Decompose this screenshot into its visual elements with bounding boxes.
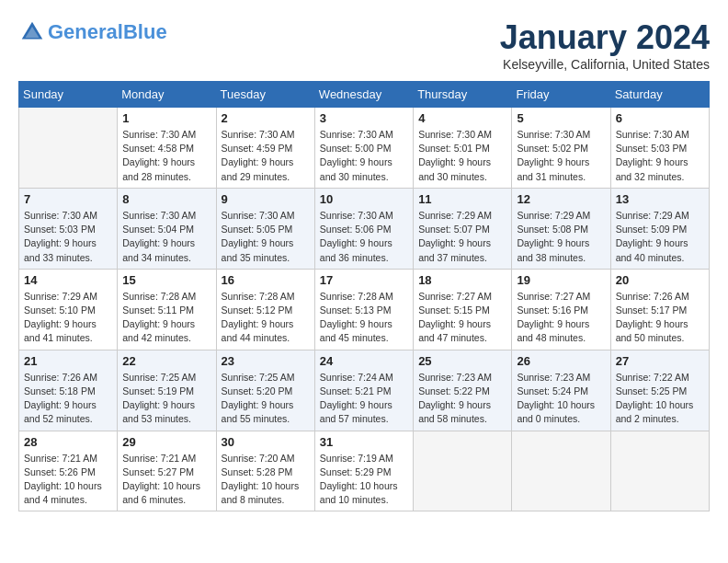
- week-row-4: 21Sunrise: 7:26 AMSunset: 5:18 PMDayligh…: [19, 350, 710, 431]
- day-info: Sunrise: 7:28 AMSunset: 5:13 PMDaylight:…: [320, 290, 408, 346]
- day-number: 2: [222, 111, 310, 125]
- day-number: 17: [320, 273, 408, 287]
- logo-icon: [18, 18, 46, 46]
- weekday-header-monday: Monday: [118, 82, 216, 108]
- logo-text: GeneralBlue: [48, 21, 167, 43]
- day-cell-13: 13Sunrise: 7:29 AMSunset: 5:09 PMDayligh…: [610, 188, 709, 269]
- day-number: 16: [222, 273, 310, 287]
- location: Kelseyville, California, United States: [500, 57, 710, 72]
- empty-cell: [512, 431, 610, 511]
- day-number: 5: [517, 111, 605, 125]
- day-info: Sunrise: 7:21 AMSunset: 5:27 PMDaylight:…: [122, 452, 210, 508]
- weekday-header-sunday: Sunday: [19, 82, 118, 108]
- day-number: 18: [418, 273, 506, 287]
- day-cell-11: 11Sunrise: 7:29 AMSunset: 5:07 PMDayligh…: [414, 188, 512, 269]
- day-number: 11: [418, 192, 506, 206]
- day-number: 3: [320, 111, 408, 125]
- day-cell-30: 30Sunrise: 7:20 AMSunset: 5:28 PMDayligh…: [216, 431, 314, 511]
- day-info: Sunrise: 7:29 AMSunset: 5:10 PMDaylight:…: [24, 290, 112, 346]
- day-number: 24: [320, 354, 408, 368]
- day-cell-17: 17Sunrise: 7:28 AMSunset: 5:13 PMDayligh…: [314, 269, 413, 350]
- day-info: Sunrise: 7:26 AMSunset: 5:18 PMDaylight:…: [24, 371, 112, 427]
- day-info: Sunrise: 7:28 AMSunset: 5:12 PMDaylight:…: [222, 290, 310, 346]
- day-number: 22: [122, 354, 210, 368]
- day-cell-10: 10Sunrise: 7:30 AMSunset: 5:06 PMDayligh…: [314, 188, 413, 269]
- day-number: 13: [616, 192, 704, 206]
- day-number: 1: [122, 111, 210, 125]
- day-cell-22: 22Sunrise: 7:25 AMSunset: 5:19 PMDayligh…: [118, 350, 216, 431]
- day-number: 30: [222, 435, 310, 449]
- day-info: Sunrise: 7:26 AMSunset: 5:17 PMDaylight:…: [616, 290, 704, 346]
- day-info: Sunrise: 7:29 AMSunset: 5:07 PMDaylight:…: [418, 209, 506, 265]
- day-info: Sunrise: 7:23 AMSunset: 5:22 PMDaylight:…: [418, 371, 506, 427]
- month-title: January 2024: [500, 18, 710, 57]
- day-number: 20: [616, 273, 704, 287]
- day-cell-29: 29Sunrise: 7:21 AMSunset: 5:27 PMDayligh…: [118, 431, 216, 511]
- calendar-table: SundayMondayTuesdayWednesdayThursdayFrid…: [18, 81, 710, 511]
- day-cell-12: 12Sunrise: 7:29 AMSunset: 5:08 PMDayligh…: [512, 188, 610, 269]
- day-number: 28: [24, 435, 112, 449]
- logo: GeneralBlue: [18, 18, 167, 46]
- day-number: 12: [517, 192, 605, 206]
- day-info: Sunrise: 7:30 AMSunset: 5:04 PMDaylight:…: [122, 209, 210, 265]
- day-info: Sunrise: 7:30 AMSunset: 5:03 PMDaylight:…: [24, 209, 112, 265]
- day-cell-9: 9Sunrise: 7:30 AMSunset: 5:05 PMDaylight…: [216, 188, 314, 269]
- weekday-header-wednesday: Wednesday: [314, 82, 413, 108]
- day-cell-26: 26Sunrise: 7:23 AMSunset: 5:24 PMDayligh…: [512, 350, 610, 431]
- day-number: 7: [24, 192, 112, 206]
- day-cell-15: 15Sunrise: 7:28 AMSunset: 5:11 PMDayligh…: [118, 269, 216, 350]
- day-info: Sunrise: 7:30 AMSunset: 5:02 PMDaylight:…: [517, 128, 605, 184]
- day-cell-6: 6Sunrise: 7:30 AMSunset: 5:03 PMDaylight…: [610, 108, 709, 189]
- day-cell-20: 20Sunrise: 7:26 AMSunset: 5:17 PMDayligh…: [610, 269, 709, 350]
- logo-general: General: [48, 20, 123, 43]
- day-cell-23: 23Sunrise: 7:25 AMSunset: 5:20 PMDayligh…: [216, 350, 314, 431]
- day-number: 29: [122, 435, 210, 449]
- day-info: Sunrise: 7:29 AMSunset: 5:08 PMDaylight:…: [517, 209, 605, 265]
- day-info: Sunrise: 7:27 AMSunset: 5:15 PMDaylight:…: [418, 290, 506, 346]
- day-cell-1: 1Sunrise: 7:30 AMSunset: 4:58 PMDaylight…: [118, 108, 216, 189]
- day-cell-28: 28Sunrise: 7:21 AMSunset: 5:26 PMDayligh…: [19, 431, 118, 511]
- day-info: Sunrise: 7:27 AMSunset: 5:16 PMDaylight:…: [517, 290, 605, 346]
- weekday-header-thursday: Thursday: [414, 82, 512, 108]
- weekday-header-saturday: Saturday: [610, 82, 709, 108]
- day-cell-25: 25Sunrise: 7:23 AMSunset: 5:22 PMDayligh…: [414, 350, 512, 431]
- day-number: 6: [616, 111, 704, 125]
- day-number: 21: [24, 354, 112, 368]
- day-info: Sunrise: 7:19 AMSunset: 5:29 PMDaylight:…: [320, 452, 408, 508]
- day-info: Sunrise: 7:30 AMSunset: 5:01 PMDaylight:…: [418, 128, 506, 184]
- day-cell-5: 5Sunrise: 7:30 AMSunset: 5:02 PMDaylight…: [512, 108, 610, 189]
- day-number: 25: [418, 354, 506, 368]
- weekday-header-row: SundayMondayTuesdayWednesdayThursdayFrid…: [19, 82, 710, 108]
- day-cell-16: 16Sunrise: 7:28 AMSunset: 5:12 PMDayligh…: [216, 269, 314, 350]
- day-info: Sunrise: 7:30 AMSunset: 5:03 PMDaylight:…: [616, 128, 704, 184]
- logo-blue: Blue: [123, 20, 167, 43]
- weekday-header-friday: Friday: [512, 82, 610, 108]
- day-cell-3: 3Sunrise: 7:30 AMSunset: 5:00 PMDaylight…: [314, 108, 413, 189]
- day-cell-27: 27Sunrise: 7:22 AMSunset: 5:25 PMDayligh…: [610, 350, 709, 431]
- day-info: Sunrise: 7:29 AMSunset: 5:09 PMDaylight:…: [616, 209, 704, 265]
- week-row-1: 1Sunrise: 7:30 AMSunset: 4:58 PMDaylight…: [19, 108, 710, 189]
- empty-cell: [414, 431, 512, 511]
- title-block: January 2024 Kelseyville, California, Un…: [500, 18, 710, 72]
- empty-cell: [610, 431, 709, 511]
- day-cell-19: 19Sunrise: 7:27 AMSunset: 5:16 PMDayligh…: [512, 269, 610, 350]
- day-number: 27: [616, 354, 704, 368]
- day-number: 31: [320, 435, 408, 449]
- empty-cell: [19, 108, 118, 189]
- page-header: GeneralBlue January 2024 Kelseyville, Ca…: [18, 18, 710, 72]
- day-number: 10: [320, 192, 408, 206]
- day-cell-21: 21Sunrise: 7:26 AMSunset: 5:18 PMDayligh…: [19, 350, 118, 431]
- weekday-header-tuesday: Tuesday: [216, 82, 314, 108]
- day-number: 14: [24, 273, 112, 287]
- day-cell-7: 7Sunrise: 7:30 AMSunset: 5:03 PMDaylight…: [19, 188, 118, 269]
- day-number: 4: [418, 111, 506, 125]
- day-info: Sunrise: 7:30 AMSunset: 4:59 PMDaylight:…: [222, 128, 310, 184]
- day-info: Sunrise: 7:21 AMSunset: 5:26 PMDaylight:…: [24, 452, 112, 508]
- day-number: 23: [222, 354, 310, 368]
- day-info: Sunrise: 7:23 AMSunset: 5:24 PMDaylight:…: [517, 371, 605, 427]
- week-row-2: 7Sunrise: 7:30 AMSunset: 5:03 PMDaylight…: [19, 188, 710, 269]
- day-info: Sunrise: 7:28 AMSunset: 5:11 PMDaylight:…: [122, 290, 210, 346]
- day-info: Sunrise: 7:22 AMSunset: 5:25 PMDaylight:…: [616, 371, 704, 427]
- day-cell-4: 4Sunrise: 7:30 AMSunset: 5:01 PMDaylight…: [414, 108, 512, 189]
- day-cell-2: 2Sunrise: 7:30 AMSunset: 4:59 PMDaylight…: [216, 108, 314, 189]
